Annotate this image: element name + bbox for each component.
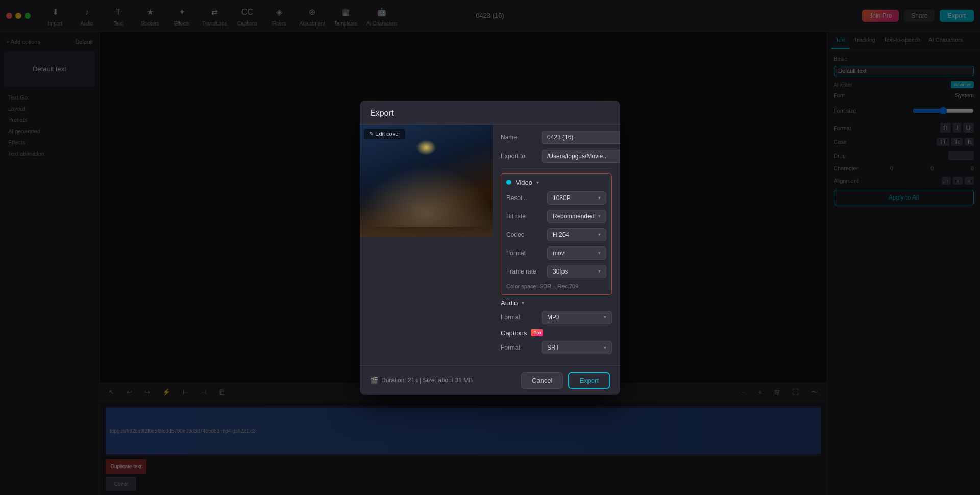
name-value (542, 131, 620, 144)
audio-format-row: Format MP3 ▾ (501, 311, 612, 324)
dropdown-arrow-icon: ▾ (598, 268, 601, 274)
format-row: Format mov ▾ (506, 246, 606, 260)
video-dot (506, 180, 511, 185)
export-to-row: Export to 📁 (501, 149, 612, 163)
name-row: Name (501, 131, 612, 144)
resolution-dropdown[interactable]: 1080P ▾ (547, 191, 606, 205)
color-space-note: Color space: SDR – Rec.709 (506, 283, 606, 289)
dropdown-arrow-icon: ▾ (598, 213, 601, 219)
dropdown-arrow-icon: ▾ (604, 314, 606, 320)
dialog-preview: ✎ Edit cover (360, 125, 493, 365)
video-section: Video ▾ Resol... 1080P ▾ Bit rate (501, 173, 612, 295)
name-input[interactable] (542, 131, 620, 144)
dialog-header: Export (360, 101, 620, 125)
resolution-row: Resol... 1080P ▾ (506, 191, 606, 205)
framerate-dropdown[interactable]: 30fps ▾ (547, 265, 606, 278)
dialog-body: ✎ Edit cover Name Export to 📁 (360, 125, 620, 365)
captions-format-dropdown[interactable]: SRT ▾ (542, 341, 612, 354)
captions-header: Captions Pro (501, 329, 612, 337)
pro-badge: Pro (531, 329, 543, 336)
export-to-input[interactable] (542, 150, 620, 163)
divider (501, 168, 612, 169)
film-icon: 🎬 (370, 377, 378, 384)
export-to-value: 📁 (542, 149, 620, 163)
cancel-button[interactable]: Cancel (521, 372, 563, 389)
audio-header: Audio ▾ (501, 299, 612, 307)
export-button[interactable]: Export (568, 372, 610, 389)
footer-actions: Cancel Export (521, 372, 610, 389)
footer-info: 🎬 Duration: 21s | Size: about 31 MB (370, 377, 473, 384)
dropdown-arrow-icon: ▾ (598, 250, 601, 256)
dialog-footer: 🎬 Duration: 21s | Size: about 31 MB Canc… (360, 365, 620, 395)
video-section-header: Video ▾ (506, 179, 606, 186)
audio-format-dropdown[interactable]: MP3 ▾ (542, 311, 612, 324)
framerate-row: Frame rate 30fps ▾ (506, 265, 606, 278)
modal-overlay: Export ✎ Edit cover Name (0, 0, 980, 495)
duration-label: Duration: 21s | Size: about 31 MB (381, 377, 473, 384)
dropdown-arrow-icon: ▾ (604, 344, 606, 350)
format-dropdown[interactable]: mov ▾ (547, 246, 606, 260)
audio-section: Audio ▾ Format MP3 ▾ (501, 299, 612, 324)
preview-image (360, 125, 493, 237)
preview-sun (416, 140, 436, 155)
codec-dropdown[interactable]: H.264 ▾ (547, 228, 606, 241)
dropdown-arrow-icon: ▾ (598, 232, 601, 237)
dropdown-arrow-icon: ▾ (598, 195, 601, 201)
dialog-settings: Name Export to 📁 (493, 125, 620, 365)
codec-row: Codec H.264 ▾ (506, 228, 606, 241)
captions-section: Captions Pro Format SRT ▾ (501, 329, 612, 354)
bitrate-row: Bit rate Recommended ▾ (506, 210, 606, 223)
bitrate-dropdown[interactable]: Recommended ▾ (547, 210, 606, 223)
captions-format-row: Format SRT ▾ (501, 341, 612, 354)
export-dialog: Export ✎ Edit cover Name (360, 101, 620, 395)
dialog-title: Export (370, 109, 610, 118)
video-arrow-icon: ▾ (536, 180, 539, 185)
audio-arrow-icon: ▾ (522, 300, 524, 306)
edit-cover-button[interactable]: ✎ Edit cover (364, 129, 405, 139)
